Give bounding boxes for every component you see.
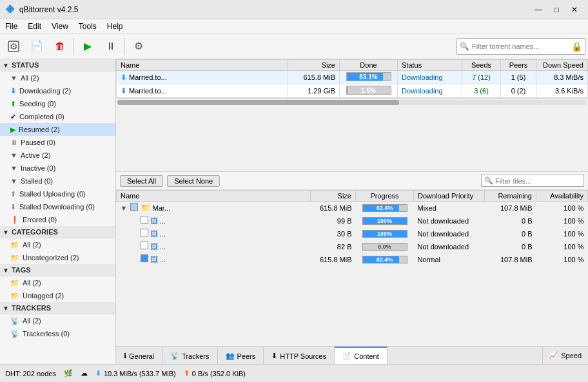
options-button[interactable]: ⚙ xyxy=(128,35,150,57)
file-priority: Not downloaded xyxy=(414,215,485,227)
menu-edit[interactable]: Edit xyxy=(23,19,46,33)
tab-content[interactable]: 📄 Content xyxy=(335,347,387,364)
file-row[interactable]: 🖼 ... 30 B 100% Not downloaded 0 B 100 % xyxy=(117,227,588,240)
col-peers[interactable]: Peers xyxy=(501,60,536,71)
torrent-scrollbar[interactable] xyxy=(116,98,588,106)
sidebar-item-downloading[interactable]: ⬇ Downloading (2) xyxy=(0,84,115,97)
sidebar-tags-all[interactable]: 📁 All (2) xyxy=(0,276,115,289)
torrent-size: 1.29 GiB xyxy=(288,84,340,98)
maximize-button[interactable]: □ xyxy=(548,3,565,16)
col-name[interactable]: Name xyxy=(117,60,288,71)
svg-text:⚙: ⚙ xyxy=(10,41,18,52)
select-none-button[interactable]: Select None xyxy=(167,175,220,187)
filter-row: Select All Select None 🔍 xyxy=(116,172,588,190)
delete-button[interactable]: 🗑 xyxy=(49,35,71,57)
torrent-row[interactable]: ⬇Married.to... 615.8 MiB 83.1% Downloadi… xyxy=(117,71,588,84)
status-arrow-icon: ▼ xyxy=(3,62,9,69)
folder-icon: 📁 xyxy=(141,203,151,213)
sidebar-item-all[interactable]: ▼ All (2) xyxy=(0,72,115,84)
inactive-icon: ▼ xyxy=(10,164,17,172)
file-name: ▼ 📁 Mar... xyxy=(117,202,311,215)
sidebar-categories-uncat[interactable]: 📁 Uncategorized (2) xyxy=(0,251,115,264)
cloud-icon: ☁ xyxy=(81,369,88,377)
tabs-bar: ℹ General 📡 Trackers 👥 Peers ⬇ HTTP Sour… xyxy=(116,346,588,364)
pause-button[interactable]: ⏸ xyxy=(100,35,122,57)
torrent-row[interactable]: ⬇Married.to... 1.29 GiB 1.6% Downloading… xyxy=(117,84,588,98)
sidebar-item-active[interactable]: ▼ Active (2) xyxy=(0,149,115,162)
file-row[interactable]: 🖼 ... 99 B 100% Not downloaded 0 B 100 % xyxy=(117,215,588,227)
files-col-name[interactable]: Name xyxy=(117,191,311,202)
menu-tools[interactable]: Tools xyxy=(74,19,102,33)
sidebar-item-inactive[interactable]: ▼ Inactive (0) xyxy=(0,162,115,175)
tab-general[interactable]: ℹ General xyxy=(116,347,162,364)
sidebar-item-resumed[interactable]: ▶ Resumed (2) xyxy=(0,123,115,136)
file-checkbox[interactable] xyxy=(130,203,138,211)
sidebar-trackers-header[interactable]: ▼ TRACKERS xyxy=(0,302,115,314)
menu-bar: File Edit View Tools Help xyxy=(0,19,588,33)
sidebar-item-completed[interactable]: ✔ Completed (0) xyxy=(0,110,115,123)
sidebar-trackers-trackerless[interactable]: 📡 Trackerless (0) xyxy=(0,327,115,340)
files-col-progress[interactable]: Progress xyxy=(356,191,414,202)
torrent-progress-bar: 1.6% xyxy=(346,86,391,95)
sidebar-categories-all[interactable]: 📁 All (2) xyxy=(0,238,115,251)
cloud-icon-item: ☁ xyxy=(81,369,88,377)
file-checkbox[interactable] xyxy=(141,229,148,236)
files-col-remaining[interactable]: Remaining xyxy=(485,191,536,202)
file-checkbox[interactable] xyxy=(141,242,148,249)
trackers-tab-icon: 📡 xyxy=(170,352,179,360)
tab-trackers[interactable]: 📡 Trackers xyxy=(162,347,217,364)
sidebar-tags-header[interactable]: ▼ TAGS xyxy=(0,264,115,276)
torrent-search-input[interactable] xyxy=(472,43,571,50)
col-size[interactable]: Size xyxy=(288,60,340,71)
file-search-input[interactable] xyxy=(495,177,584,185)
files-col-priority[interactable]: Download Priority xyxy=(414,191,485,202)
title-bar: 🔷 qBittorrent v4.2.5 — □ ✕ xyxy=(0,0,588,19)
select-all-button[interactable]: Select All xyxy=(120,175,163,187)
resume-button[interactable]: ▶ xyxy=(77,35,99,57)
add-torrent-button[interactable]: ⚙ xyxy=(3,35,24,57)
sidebar-item-stalled-uploading[interactable]: ⬆ Stalled Uploading (0) xyxy=(0,187,115,200)
files-col-availability[interactable]: Availability xyxy=(536,191,588,202)
col-done[interactable]: Done xyxy=(340,60,398,71)
col-downspeed[interactable]: Down Speed xyxy=(536,60,588,71)
file-size: 30 B xyxy=(311,227,356,240)
sidebar-categories-header[interactable]: ▼ CATEGORIES xyxy=(0,226,115,238)
file-row[interactable]: 🖼 ... 615.8 MiB 82.4% Normal 107.8 MiB 1… xyxy=(117,253,588,266)
sidebar-status-header[interactable]: ▼ STATUS xyxy=(0,59,115,72)
sidebar-trackers-all[interactable]: 📡 All (2) xyxy=(0,314,115,327)
download-status: ⬇ 10.3 MiB/s (533.7 MiB) xyxy=(95,369,176,377)
col-seeds[interactable]: Seeds xyxy=(462,60,501,71)
file-checkbox[interactable] xyxy=(141,254,148,262)
speed-button[interactable]: 📈 Speed xyxy=(542,347,588,364)
sidebar-item-paused[interactable]: ⏸ Paused (0) xyxy=(0,136,115,149)
add-link-button[interactable]: 📄 xyxy=(26,35,48,57)
sidebar-item-errored[interactable]: ❗ Errored (0) xyxy=(0,213,115,226)
errored-icon: ❗ xyxy=(10,216,19,224)
file-availability: 100 % xyxy=(536,240,588,253)
tab-http-sources[interactable]: ⬇ HTTP Sources xyxy=(264,347,335,364)
expand-icon[interactable]: ▼ xyxy=(121,204,128,212)
torrent-seeds: 3 (6) xyxy=(462,84,501,98)
sidebar-item-stalled[interactable]: ▼ Stalled (0) xyxy=(0,175,115,187)
minimize-button[interactable]: — xyxy=(530,3,547,16)
menu-file[interactable]: File xyxy=(0,19,23,33)
trackerless-icon: 📡 xyxy=(10,330,19,338)
file-checkbox[interactable] xyxy=(141,216,148,224)
col-status[interactable]: Status xyxy=(398,60,462,71)
toolbar-separator-2 xyxy=(124,38,125,55)
file-size: 615.8 MiB xyxy=(311,202,356,215)
sidebar-item-stalled-downloading[interactable]: ⬇ Stalled Downloading (0) xyxy=(0,200,115,213)
files-col-size[interactable]: Size xyxy=(311,191,356,202)
sidebar-item-seeding[interactable]: ⬆ Seeding (0) xyxy=(0,97,115,110)
files-table-header: Name Size Progress Download Priority Rem… xyxy=(117,191,588,202)
torrent-progress-bar: 83.1% xyxy=(346,72,391,81)
torrent-table-header: Name Size Done Status Seeds Peers Down S… xyxy=(117,60,588,71)
sidebar-tags-untagged[interactable]: 📁 Untagged (2) xyxy=(0,289,115,302)
menu-help[interactable]: Help xyxy=(102,19,128,33)
tab-peers[interactable]: 👥 Peers xyxy=(218,347,264,364)
file-row[interactable]: ▼ 📁 Mar... 615.8 MiB 82.4% Mixed 107.8 M… xyxy=(117,202,588,215)
menu-view[interactable]: View xyxy=(46,19,74,33)
file-remaining: 0 B xyxy=(485,215,536,227)
file-row[interactable]: 🖼 ... 82 B 0.0% Not downloaded 0 B 100 % xyxy=(117,240,588,253)
close-button[interactable]: ✕ xyxy=(566,3,583,16)
